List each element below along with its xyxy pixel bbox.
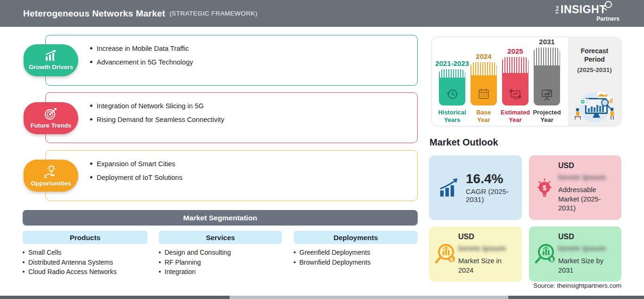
list-item: Cloud Radio Access Networks	[23, 267, 117, 277]
magnifier-chart-icon: $	[434, 242, 457, 267]
magnifier-chart-icon: $	[534, 242, 557, 267]
opportunities-box: Expansion of Smart Cities Deployment of …	[45, 150, 418, 201]
bullet-icon	[90, 61, 92, 63]
currency-label: USD	[458, 233, 517, 241]
currency-label: USD	[558, 162, 617, 170]
card-caption: Market Size in 2024	[458, 257, 517, 275]
timeline-year-label: 2021-2023	[435, 59, 469, 67]
future-trends-box: Integration of Network Slicing in 5G Ris…	[45, 92, 418, 143]
bullet-icon	[159, 271, 161, 273]
growth-drivers-box: Increase in Mobile Data Traffic Advancem…	[45, 35, 418, 86]
blurred-value: lorem ipsum	[558, 244, 617, 253]
list-item: Design and Consulting	[159, 248, 231, 258]
timeline-caption: Estimated Year	[501, 109, 530, 124]
bullet-icon	[90, 47, 92, 49]
market-outlook-title: Market Outlook	[429, 137, 498, 148]
cagr-card: 16.4% CAGR (2025-2031)	[429, 155, 522, 220]
card-caption: Market Size by 2031	[558, 257, 617, 275]
list-item: Integration of Network Slicing in 5G	[90, 102, 408, 110]
magnifier-lens-icon	[605, 1, 612, 8]
list-item: Small Cells	[23, 248, 117, 258]
list-item: Brownfield Deployments	[294, 258, 371, 267]
bullet-icon	[90, 118, 92, 121]
bar-chart-rising-icon	[44, 50, 58, 62]
opportunities-badge: Opportunities	[24, 160, 78, 192]
growth-drivers-badge: Growth Drivers	[24, 44, 78, 76]
addressable-market-card: $ USD lorem ipsum Addressable Market (20…	[529, 155, 621, 220]
growth-chart-icon	[438, 178, 460, 198]
market-size-2024-card: $ USD lorem ipsum Market Size in 2024	[429, 226, 522, 282]
timeline-year-label: 2031	[539, 38, 554, 46]
timeline-base-year: 2024 Base Year	[470, 37, 497, 124]
timeline-bar	[502, 57, 528, 105]
gear-chart-icon	[508, 88, 522, 101]
card-caption: Addressable Market (2025-2031)	[558, 186, 617, 213]
segmentation-title: Market Segmentation	[183, 214, 257, 222]
header-bar: Heterogeneous Networks Market (STRATEGIC…	[0, 0, 644, 27]
future-trends-badge: Future Trends	[24, 102, 78, 134]
hand-lightbulb-icon	[43, 164, 58, 178]
research-timeline-card: 2021-2023 Historical Years	[431, 37, 621, 126]
calendar-icon	[477, 87, 490, 101]
bottom-strip-left	[0, 296, 230, 299]
source-attribution: Source: theinsightpartners.com	[533, 282, 621, 289]
timeline-estimated-year: 2025 Es	[502, 37, 529, 124]
segment-header-deployments: Deployments	[294, 231, 418, 244]
timeline-projected-year: 2031 Projected Year	[533, 37, 561, 124]
blurred-value: lorem ipsum	[558, 173, 617, 182]
svg-text:$: $	[543, 184, 547, 192]
bullet-icon	[23, 261, 25, 263]
segment-header-products: Products	[23, 231, 148, 244]
market-size-2031-card: $ USD lorem ipsum Market Size by 2031	[529, 226, 621, 282]
svg-text:$: $	[550, 256, 553, 262]
logo-insight-text: INSIGHT	[561, 4, 606, 15]
products-list: Small Cells Distributed Antenna Systems …	[23, 248, 117, 277]
insight-partners-logo: The INSIGHT Partners	[555, 4, 617, 22]
clock-history-icon	[445, 87, 459, 101]
logo-the-text: The	[555, 5, 560, 14]
list-item: Integration	[159, 267, 231, 277]
list-item: Expansion of Smart Cities	[90, 160, 408, 168]
bullet-icon	[159, 261, 161, 263]
list-item: Increase in Mobile Data Traffic	[90, 45, 408, 52]
bullet-icon	[90, 105, 92, 107]
forecast-range: (2025-2031)	[568, 66, 621, 73]
bullet-icon	[159, 251, 161, 253]
bottom-strip-middle	[230, 296, 508, 299]
bullet-icon	[294, 261, 296, 263]
timeline-caption: Historical Years	[438, 109, 466, 124]
timeline-bar	[439, 69, 465, 105]
list-item: Deployment of IoT Solutions	[90, 174, 408, 181]
timeline-year-label: 2024	[476, 52, 491, 60]
logo-partners-text: Partners	[555, 16, 619, 22]
cagr-value: 16.4%	[466, 172, 522, 186]
badge-label: Growth Drivers	[29, 64, 73, 71]
timeline-year-label: 2025	[507, 47, 523, 55]
list-item: RF Planning	[159, 258, 231, 267]
forecast-period-panel: Forecast Period (2025-2031)	[568, 37, 621, 126]
segment-header-services: Services	[159, 231, 282, 244]
target-dart-icon	[44, 107, 58, 121]
currency-label: USD	[558, 233, 617, 241]
list-item: Advancement in 5G Technology	[90, 58, 408, 66]
strategic-framework-slide: Heterogeneous Networks Market (STRATEGIC…	[0, 0, 644, 299]
list-item: Distributed Antenna Systems	[23, 258, 117, 267]
svg-text:$: $	[450, 256, 453, 262]
services-list: Design and Consulting RF Planning Integr…	[159, 248, 231, 277]
bullet-icon	[90, 176, 92, 178]
timeline-caption: Projected Year	[533, 109, 561, 124]
page-subtitle: (STRATEGIC FRAMEWORK)	[169, 10, 257, 17]
deployments-list: Greenfield Deployments Brownfield Deploy…	[294, 248, 371, 267]
page-title: Heterogeneous Networks Market	[23, 8, 165, 19]
timeline-caption: Base Year	[470, 109, 497, 124]
bottom-strip-right	[508, 296, 644, 299]
badge-label: Opportunities	[31, 180, 71, 187]
projection-screen-icon	[540, 88, 554, 101]
bullet-icon	[23, 271, 25, 273]
list-item: Greenfield Deployments	[294, 248, 371, 258]
bullet-icon	[90, 162, 92, 165]
timeline-historical-years: 2021-2023 Historical Years	[438, 37, 466, 124]
cagr-caption: CAGR (2025-2031)	[466, 187, 522, 203]
forecast-label: Forecast Period	[568, 47, 621, 64]
bullet-icon	[294, 251, 296, 253]
